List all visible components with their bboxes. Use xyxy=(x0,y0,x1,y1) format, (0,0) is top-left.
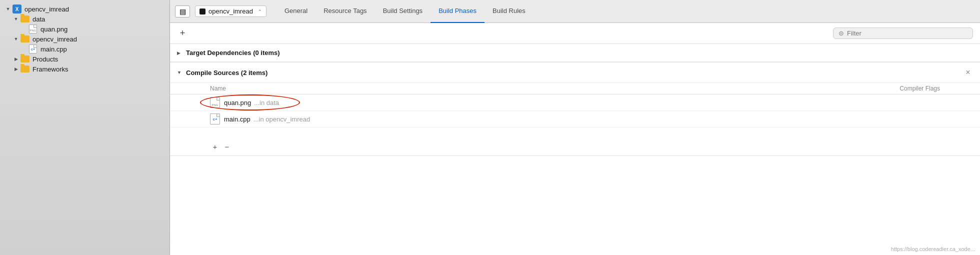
content-area: ▶ Target Dependencies (0 items) ▼ Compil… xyxy=(170,44,980,255)
compile-sources-header[interactable]: ▼ Compile Sources (2 items) × xyxy=(170,62,980,83)
main-cpp-label: main.cpp xyxy=(40,46,67,53)
sidebar-root-item[interactable]: X opencv_imread xyxy=(0,4,170,14)
tab-build-settings[interactable]: Build Settings xyxy=(375,0,431,23)
table-row-main-cpp[interactable]: c+ main.cpp ...in opencv_imread xyxy=(170,111,980,128)
compile-sources-table: Name Compiler Flags PNG quan.png ...in d… xyxy=(170,83,980,156)
col-flags-header: Compiler Flags xyxy=(840,85,940,92)
target-dep-arrow-icon: ▶ xyxy=(177,50,182,56)
png-file-icon: PNG xyxy=(28,25,38,33)
target-dot-icon xyxy=(200,8,206,14)
opencv-folder-icon xyxy=(20,35,30,43)
target-dependencies-section: ▶ Target Dependencies (0 items) xyxy=(170,44,980,62)
tab-build-phases[interactable]: Build Phases xyxy=(430,0,484,23)
filter-box: ⊜ xyxy=(833,28,973,39)
quan-png-filename: quan.png xyxy=(224,99,251,106)
add-phase-icon: + xyxy=(180,28,186,38)
frameworks-folder-icon xyxy=(20,65,30,73)
quan-png-row-icon: PNG xyxy=(210,97,220,108)
data-arrow-icon xyxy=(12,15,20,23)
root-xcode-icon: X xyxy=(12,5,22,13)
root-label: opencv_imread xyxy=(24,6,69,13)
add-phase-button[interactable]: + xyxy=(177,28,188,39)
sidebar-item-frameworks[interactable]: Frameworks xyxy=(0,64,170,74)
main-content: ▤ opencv_imread ⌃ General Resource Tags … xyxy=(170,0,980,255)
main-cpp-filename: main.cpp xyxy=(224,116,250,123)
add-source-icon: + xyxy=(213,142,218,151)
target-name: opencv_imread xyxy=(208,8,253,15)
sidebar-item-opencv-imread[interactable]: opencv_imread xyxy=(0,34,170,44)
main-cpp-row-icon: c+ xyxy=(210,114,220,124)
root-arrow-icon xyxy=(4,5,12,13)
frameworks-arrow-icon xyxy=(12,65,20,73)
sidebar-item-quan-png[interactable]: PNG quan.png xyxy=(0,24,170,34)
quan-png-spacer xyxy=(20,25,28,33)
table-header-row: Name Compiler Flags xyxy=(170,83,980,94)
remove-source-button[interactable]: − xyxy=(222,142,232,152)
sidebar-item-data[interactable]: data xyxy=(0,14,170,24)
sidebar-item-products[interactable]: Products xyxy=(0,54,170,64)
compile-sources-close-button[interactable]: × xyxy=(963,68,973,78)
filter-icon: ⊜ xyxy=(838,30,844,37)
compile-src-title: Compile Sources (2 items) xyxy=(186,69,268,76)
quan-png-path: ...in data xyxy=(254,99,279,106)
main-cpp-path: ...in opencv_imread xyxy=(254,116,310,123)
data-label: data xyxy=(32,16,45,23)
frameworks-label: Frameworks xyxy=(32,66,68,73)
target-dep-title: Target Dependencies (0 items) xyxy=(186,49,280,56)
table-row-quan-png[interactable]: PNG quan.png ...in data xyxy=(170,94,980,111)
products-folder-icon xyxy=(20,55,30,63)
target-selector[interactable]: opencv_imread ⌃ xyxy=(195,6,266,17)
col-name-header: Name xyxy=(210,85,840,92)
compile-src-arrow-icon: ▼ xyxy=(177,70,182,75)
tab-build-rules[interactable]: Build Rules xyxy=(484,0,534,23)
table-spacer xyxy=(170,128,980,138)
sidebar-toggle-button[interactable]: ▤ xyxy=(175,6,190,18)
cpp-file-icon: c+ xyxy=(28,45,38,53)
tab-resource-tags[interactable]: Resource Tags xyxy=(316,0,374,23)
opencv-imread-label: opencv_imread xyxy=(32,36,77,43)
sidebar-toggle-icon: ▤ xyxy=(180,8,186,16)
target-dependencies-header[interactable]: ▶ Target Dependencies (0 items) xyxy=(170,44,980,62)
target-chevron-icon: ⌃ xyxy=(258,9,262,14)
quan-png-label: quan.png xyxy=(40,26,68,33)
main-cpp-spacer xyxy=(20,45,28,53)
url-hint: https://blog.codereadier.ca_xode... xyxy=(891,246,975,252)
remove-source-icon: − xyxy=(225,142,230,151)
products-label: Products xyxy=(32,56,58,63)
toolbar-row: + ⊜ xyxy=(170,23,980,44)
sidebar: X opencv_imread data PNG quan.png opencv… xyxy=(0,0,170,255)
filter-input[interactable] xyxy=(847,30,968,37)
tab-bar: ▤ opencv_imread ⌃ General Resource Tags … xyxy=(170,0,980,23)
products-arrow-icon xyxy=(12,55,20,63)
compile-sources-footer: + − xyxy=(170,138,980,156)
sidebar-item-main-cpp[interactable]: c+ main.cpp xyxy=(0,44,170,54)
tab-general[interactable]: General xyxy=(276,0,316,23)
opencv-arrow-icon xyxy=(12,35,20,43)
add-source-button[interactable]: + xyxy=(210,142,220,152)
data-folder-icon xyxy=(20,15,30,23)
compile-sources-section: ▼ Compile Sources (2 items) × Name Compi… xyxy=(170,62,980,156)
